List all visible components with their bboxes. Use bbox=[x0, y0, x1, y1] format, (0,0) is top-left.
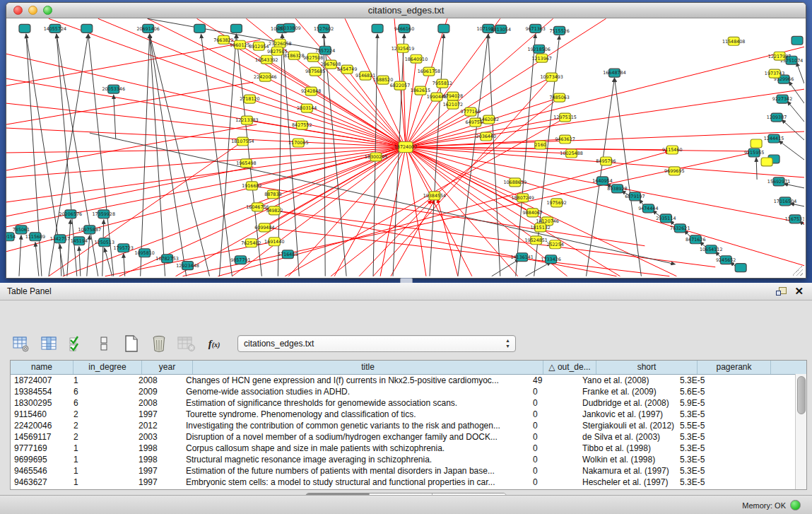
table-cell[interactable]: 1 bbox=[70, 465, 135, 477]
graph-node[interactable]: 12213383 bbox=[235, 116, 258, 124]
table-row[interactable]: 911546021997Tourette syndrome. Phenomeno… bbox=[11, 409, 806, 420]
citation-edge-red[interactable] bbox=[334, 147, 406, 276]
close-panel-icon[interactable]: ✕ bbox=[794, 283, 804, 300]
table-cell[interactable]: 1 bbox=[70, 477, 135, 488]
close-window-button[interactable] bbox=[13, 6, 23, 15]
graph-node[interactable] bbox=[372, 24, 383, 33]
graph-node[interactable]: 1095810 bbox=[134, 249, 154, 257]
graph-node[interactable]: 39154 bbox=[6, 233, 16, 241]
table-row[interactable]: 946362711997Embryonic stem cells: a mode… bbox=[11, 477, 806, 488]
window-resize-grip[interactable] bbox=[793, 266, 803, 276]
graph-node[interactable]: 6099484 bbox=[254, 223, 274, 232]
table-cell[interactable]: 2 bbox=[70, 431, 135, 443]
citation-edge-black[interactable] bbox=[141, 34, 150, 276]
table-cell[interactable]: 19384554 bbox=[11, 386, 70, 397]
table-cell[interactable]: 9115460 bbox=[11, 409, 70, 420]
graph-node[interactable]: 1342757 bbox=[50, 235, 70, 243]
table-cell[interactable]: 5.3E-5 bbox=[676, 443, 746, 454]
graph-node[interactable]: 19384554 bbox=[423, 192, 446, 200]
column-header-out_de[interactable]: △ out_de... bbox=[543, 361, 596, 374]
table-cell[interactable]: 2 bbox=[70, 409, 135, 420]
graph-node[interactable]: 1733426 bbox=[541, 255, 560, 264]
table-vertical-scrollbar[interactable] bbox=[795, 374, 806, 489]
graph-node[interactable]: 8495796 bbox=[596, 157, 616, 165]
citation-edge-black[interactable] bbox=[19, 235, 21, 276]
table-row[interactable]: 2242004622012Investigating the contribut… bbox=[11, 420, 806, 431]
table-cell[interactable]: 0 bbox=[529, 443, 579, 454]
graph-node[interactable]: 9463627 bbox=[555, 135, 575, 144]
citation-edge-black[interactable] bbox=[124, 254, 125, 276]
graph-node[interactable]: 1640954 bbox=[592, 177, 612, 185]
graph-node[interactable]: 9827508 bbox=[303, 53, 323, 62]
graph-node[interactable] bbox=[230, 24, 242, 33]
table-cell[interactable]: 0 bbox=[529, 477, 579, 488]
column-header-title[interactable]: title bbox=[193, 361, 543, 374]
citation-edge-black[interactable] bbox=[114, 95, 116, 139]
graph-node[interactable]: 1815132 bbox=[530, 223, 550, 232]
table-cell[interactable]: 14569117 bbox=[11, 431, 70, 443]
graph-node[interactable] bbox=[19, 24, 30, 33]
citation-edge-black[interactable] bbox=[796, 62, 804, 83]
citation-edge-black[interactable] bbox=[35, 243, 39, 276]
table-cell[interactable]: 9699695 bbox=[11, 454, 70, 465]
delete-rows-button[interactable] bbox=[149, 333, 169, 354]
new-document-button[interactable] bbox=[122, 333, 141, 354]
graph-node[interactable]: 9215955 bbox=[744, 148, 764, 157]
graph-node[interactable]: 7955812 bbox=[433, 79, 452, 88]
graph-node[interactable]: 11548408 bbox=[722, 37, 745, 45]
citation-edge-black[interactable] bbox=[102, 220, 104, 276]
network-canvas[interactable]: 1405572420691406106532871527602946616010… bbox=[6, 18, 804, 277]
graph-node[interactable]: 1115689 bbox=[25, 233, 45, 241]
graph-node[interactable]: 252254 bbox=[546, 240, 563, 249]
table-cell[interactable]: 22420046 bbox=[11, 420, 70, 431]
table-cell[interactable]: Embryonic stem cells: a model to study s… bbox=[182, 477, 529, 488]
table-cell[interactable]: Genome-wide association studies in ADHD. bbox=[182, 386, 529, 397]
graph-node[interactable]: 10975887 bbox=[78, 226, 101, 234]
citation-edge-red[interactable] bbox=[252, 186, 645, 246]
citation-edge-black[interactable] bbox=[756, 158, 757, 180]
table-cell[interactable]: 18724007 bbox=[11, 375, 70, 386]
graph-node[interactable]: 7515526 bbox=[549, 26, 569, 35]
table-cell[interactable]: 1998 bbox=[135, 443, 182, 454]
graph-node[interactable]: 16033809 bbox=[278, 23, 300, 32]
table-cell[interactable]: 6 bbox=[70, 397, 135, 409]
citation-edge-red[interactable] bbox=[406, 18, 500, 147]
minimize-window-button[interactable] bbox=[28, 6, 37, 15]
graph-node[interactable]: 1621072 bbox=[443, 100, 463, 109]
table-cell[interactable]: 6 bbox=[70, 386, 135, 397]
citation-edge-red[interactable] bbox=[437, 199, 458, 276]
table-cell[interactable]: 2008 bbox=[135, 375, 182, 386]
graph-node[interactable]: 19524851 bbox=[524, 236, 547, 245]
graph-node[interactable]: 10025488 bbox=[560, 149, 582, 158]
table-cell[interactable]: 5.3E-5 bbox=[676, 375, 746, 386]
graph-node[interactable]: 1170065 bbox=[288, 139, 308, 147]
graph-node[interactable]: 9466160 bbox=[394, 24, 414, 33]
graph-node[interactable]: 16648784 bbox=[603, 69, 625, 77]
graph-node[interactable]: 1916682 bbox=[242, 182, 261, 190]
graph-node[interactable]: 20206576 bbox=[59, 210, 82, 218]
table-settings-button[interactable] bbox=[11, 333, 31, 354]
citation-edge-red[interactable] bbox=[249, 99, 406, 147]
citation-edge-black[interactable] bbox=[150, 34, 187, 276]
citation-edge-red[interactable] bbox=[6, 82, 253, 124]
graph-node[interactable]: 10688639 bbox=[503, 178, 526, 187]
table-cell[interactable]: 18300295 bbox=[11, 397, 70, 409]
table-cell[interactable]: Changes of HCN gene expression and I(f) … bbox=[182, 375, 529, 386]
table-cell[interactable]: de Silva et al. (2003) bbox=[579, 431, 676, 443]
table-cell[interactable]: 0 bbox=[529, 386, 579, 397]
graph-node[interactable]: 1213967 bbox=[531, 54, 551, 62]
graph-node[interactable]: 9227342 bbox=[772, 95, 792, 103]
graph-node[interactable]: 12923448 bbox=[176, 262, 199, 270]
function-builder-button[interactable]: f(x) bbox=[204, 333, 224, 354]
graph-node[interactable]: 8938928 bbox=[607, 185, 627, 193]
table-cell[interactable]: 2 bbox=[70, 420, 135, 431]
table-cell[interactable]: 0 bbox=[529, 409, 579, 420]
graph-node[interactable]: 2036440 bbox=[476, 132, 496, 141]
citation-edge-red[interactable] bbox=[6, 147, 406, 202]
graph-node[interactable]: 18107554 bbox=[231, 137, 254, 146]
table-cell[interactable]: 9463627 bbox=[11, 477, 70, 488]
graph-node[interactable]: 1691440 bbox=[264, 238, 284, 246]
table-cell[interactable]: 9777169 bbox=[11, 443, 70, 454]
graph-node[interactable]: 1462082 bbox=[479, 115, 499, 124]
graph-node[interactable]: 8471626 bbox=[686, 235, 705, 244]
